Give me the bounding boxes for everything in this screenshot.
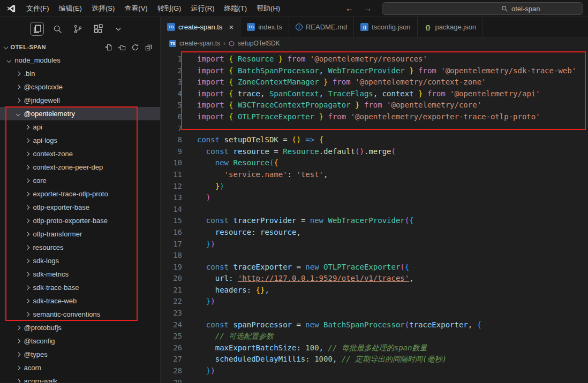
code-line-content: }) (182, 365, 215, 377)
chevron-right-icon (25, 286, 29, 290)
refresh-icon[interactable] (131, 43, 139, 51)
menu-item-4[interactable]: 查看(V) (119, 4, 152, 13)
tree-item-@types[interactable]: @types (0, 348, 160, 361)
menu-item-3[interactable]: 选择(S) (87, 4, 119, 13)
back-arrow-icon[interactable]: ← (345, 4, 354, 13)
tree-item-otlp-proto-exporter-base[interactable]: otlp-proto-exporter-base (0, 214, 160, 227)
chevron-right-icon (25, 299, 29, 303)
new-file-icon[interactable] (104, 43, 112, 51)
line-number: 12 (161, 181, 182, 193)
tree-item-@opentelemetry[interactable]: @opentelemetry (0, 107, 160, 120)
tree-item-.bin[interactable]: .bin (0, 67, 160, 80)
chevron-down-icon[interactable] (4, 45, 8, 49)
tree-item-label: .bin (24, 70, 35, 78)
tree-item-label: @types (24, 350, 48, 358)
code-line-content: headers: {}, (182, 285, 269, 296)
tab-index.ts[interactable]: TSindex.ts (240, 17, 289, 37)
new-folder-icon[interactable] (118, 43, 126, 51)
code-line-content: import { OTLPTraceExporter } from '@open… (182, 111, 540, 123)
menu-item-7[interactable]: 终端(T) (219, 4, 252, 13)
code-line-13: 13 ) (161, 192, 588, 204)
code-line-content: import { Resource } from '@opentelemetry… (182, 53, 427, 65)
tree-item-label: @jridgewell (24, 96, 60, 104)
ts-file-icon: TS (167, 23, 175, 31)
line-number: 28 (161, 365, 182, 377)
explorer-icon[interactable] (30, 22, 44, 36)
line-number: 10 (161, 157, 182, 169)
tree-item-resources[interactable]: resources (0, 241, 160, 254)
more-chevron-icon[interactable] (111, 22, 125, 36)
explorer-title[interactable]: OTEL-SPAN (11, 44, 105, 50)
code-line-9: 9 const resource = Resource.default().me… (161, 146, 588, 158)
tree-item-core[interactable]: core (0, 174, 160, 187)
tab-tsconfig.json[interactable]: {}tsconfig.json (354, 17, 417, 37)
search-icon[interactable] (50, 22, 64, 36)
tree-item-label: core (33, 177, 47, 185)
tree-item-@tsconfig[interactable]: @tsconfig (0, 334, 160, 348)
tree-item-@jridgewell[interactable]: @jridgewell (0, 94, 160, 107)
code-line-content (182, 123, 197, 135)
tab-README.md[interactable]: iREADME.md (289, 17, 354, 37)
breadcrumb-separator-icon: › (223, 40, 225, 47)
code-line-18: 18 (161, 250, 588, 262)
line-number: 17 (161, 239, 182, 250)
code-line-content: }) (182, 181, 224, 193)
code-line-content: ) (182, 192, 210, 204)
menu-item-1[interactable]: 文件(F) (21, 4, 54, 13)
tree-item-context-zone[interactable]: context-zone (0, 147, 160, 160)
tab-create-span.ts[interactable]: TScreate-span.ts× (161, 17, 240, 37)
tree-item-node_modules[interactable]: node_modules (0, 53, 160, 67)
chevron-right-icon (25, 192, 29, 196)
tsjson-file-icon: {} (360, 23, 368, 31)
tree-item-acorn[interactable]: acorn (0, 361, 160, 374)
breadcrumb-file[interactable]: create-span.ts (179, 40, 220, 47)
tree-item-otlp-transformer[interactable]: otlp-transformer (0, 227, 160, 241)
menu-item-8[interactable]: 帮助(H) (252, 4, 285, 13)
explorer-actions (104, 43, 153, 51)
command-center-search[interactable]: otel-span (382, 2, 583, 15)
menu-item-6[interactable]: 运行(R) (186, 4, 219, 13)
code-line-content: scheduledDelayMillis: 1000, // 定期导出的间隔时间… (182, 354, 447, 365)
tree-item-semantic-conventions[interactable]: semantic-conventions (0, 308, 160, 321)
menu-item-2[interactable]: 编辑(E) (54, 4, 87, 13)
collapse-all-icon[interactable] (145, 43, 153, 51)
tree-item-acorn-walk[interactable]: acorn-walk (0, 374, 160, 382)
tab-label: tsconfig.json (372, 23, 410, 31)
code-line-16: 16 resource: resource, (161, 227, 588, 239)
forward-arrow-icon[interactable]: → (364, 4, 372, 13)
code-line-24: 24 const spanProcessor = new BatchSpanPr… (161, 319, 588, 331)
source-control-icon[interactable] (71, 22, 85, 36)
chevron-right-icon (16, 326, 20, 330)
tree-item-@cspotcode[interactable]: @cspotcode (0, 80, 160, 94)
tab-package.json[interactable]: {}package.json (418, 17, 484, 37)
activity-bar (0, 17, 160, 41)
line-number: 26 (161, 342, 182, 354)
breadcrumb-symbol[interactable]: setupOTelSDK (238, 40, 280, 47)
code-line-content (182, 377, 197, 382)
tree-item-context-zone-peer-dep[interactable]: context-zone-peer-dep (0, 160, 160, 174)
tree-item-api[interactable]: api (0, 120, 160, 134)
menu-item-5[interactable]: 转到(G) (153, 4, 186, 13)
tree-item-sdk-metrics[interactable]: sdk-metrics (0, 267, 160, 281)
extensions-icon[interactable] (91, 22, 105, 36)
chevron-right-icon (16, 339, 20, 343)
tree-item-api-logs[interactable]: api-logs (0, 134, 160, 147)
tree-item-sdk-trace-base[interactable]: sdk-trace-base (0, 281, 160, 294)
line-number: 23 (161, 308, 182, 319)
tree-item-label: otlp-exporter-base (33, 203, 90, 211)
line-number: 7 (161, 123, 182, 135)
code-area[interactable]: 1import { Resource } from '@opentelemetr… (161, 49, 588, 382)
tree-item-@protobufjs[interactable]: @protobufjs (0, 321, 160, 334)
line-number: 1 (161, 53, 182, 65)
code-line-5: 5import { W3CTraceContextPropagator } fr… (161, 99, 588, 111)
tree-item-sdk-logs[interactable]: sdk-logs (0, 254, 160, 267)
chevron-right-icon (25, 125, 29, 129)
tree-item-label: exporter-trace-otlp-proto (33, 190, 108, 198)
close-tab-icon[interactable]: × (229, 22, 233, 32)
tree-item-exporter-trace-otlp-proto[interactable]: exporter-trace-otlp-proto (0, 187, 160, 201)
tree-item-label: sdk-trace-web (33, 297, 77, 305)
tree-item-otlp-exporter-base[interactable]: otlp-exporter-base (0, 201, 160, 214)
tree-item-label: sdk-logs (33, 257, 59, 265)
code-line-23: 23 (161, 308, 588, 319)
tree-item-sdk-trace-web[interactable]: sdk-trace-web (0, 294, 160, 308)
